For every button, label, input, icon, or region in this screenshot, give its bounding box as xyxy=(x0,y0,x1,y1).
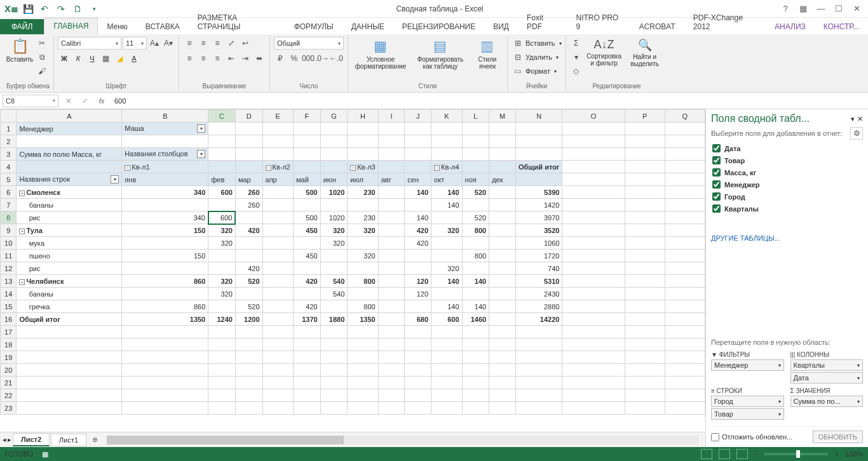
update-button[interactable]: ОБНОВИТЬ xyxy=(813,431,863,443)
other-tables-link[interactable]: ДРУГИЕ ТАБЛИЦЫ... xyxy=(711,234,863,242)
field-Масса, кг[interactable]: Масса, кг xyxy=(711,166,863,178)
maximize-button[interactable]: ☐ xyxy=(831,3,846,15)
indent-dec[interactable]: ⇤ xyxy=(225,52,238,65)
font-name-select[interactable]: Calibri▾ xyxy=(58,37,121,50)
find-select-button[interactable]: 🔍Найти и выделить xyxy=(626,37,664,69)
cell-styles-button[interactable]: ▥Стили ячеек xyxy=(471,37,503,71)
qat-more-icon[interactable]: ▾ xyxy=(86,1,102,17)
paste-button[interactable]: 📋Вставить xyxy=(6,37,33,64)
merge-button[interactable]: ⬌ xyxy=(253,52,266,65)
tab-construct[interactable]: КОНСТР... xyxy=(815,19,868,34)
tab-formulas[interactable]: ФОРМУЛЫ xyxy=(285,19,342,34)
clear-button[interactable]: ◇ xyxy=(570,65,583,77)
format-cells[interactable]: ▭ xyxy=(512,65,524,77)
new-button[interactable]: 🗋 xyxy=(70,1,85,17)
autosum-button[interactable]: Σ xyxy=(570,37,583,50)
align-bot[interactable]: ≡ xyxy=(211,37,224,50)
enter-icon[interactable]: ✓ xyxy=(79,95,92,107)
tab-layout[interactable]: РАЗМЕТКА СТРАНИЦЫ xyxy=(189,10,285,34)
area-item[interactable]: Товар▾ xyxy=(711,408,784,420)
spreadsheet-grid[interactable]: ABCDEFGHIJKLMNOPQ1МенеджерМаша▾23Сумма п… xyxy=(0,109,705,415)
save-button[interactable]: 💾 xyxy=(20,1,36,17)
fx-icon[interactable]: fx xyxy=(95,97,108,105)
area-item[interactable]: Сумма по по...▾ xyxy=(790,396,864,407)
delete-cells[interactable]: ⊟ xyxy=(512,51,524,63)
tab-insert[interactable]: ВСТАВКА xyxy=(137,19,189,34)
sheet-tab-other[interactable]: Лист1 xyxy=(51,434,86,446)
sheet-nav-last[interactable]: ▸ xyxy=(8,436,11,444)
cond-format-button[interactable]: ▦Условное форматирование xyxy=(352,37,409,71)
formula-input[interactable] xyxy=(112,95,865,107)
col-header[interactable]: B xyxy=(122,110,208,123)
undo-button[interactable]: ↶ xyxy=(37,1,52,17)
bold-button[interactable]: Ж xyxy=(58,52,71,65)
col-header[interactable]: O xyxy=(562,110,625,123)
minimize-button[interactable]: — xyxy=(813,3,829,15)
tab-file[interactable]: ФАЙЛ xyxy=(0,19,44,34)
tab-view[interactable]: ВИД xyxy=(484,19,518,34)
col-header[interactable]: G xyxy=(320,110,348,123)
border-button[interactable]: ▦ xyxy=(100,52,112,65)
area-item[interactable]: Дата▾ xyxy=(790,372,864,384)
view-layout[interactable] xyxy=(719,449,730,459)
col-header[interactable]: J xyxy=(405,110,431,123)
orientation[interactable]: ⤢ xyxy=(225,37,238,50)
tab-review[interactable]: РЕЦЕНЗИРОВАНИЕ xyxy=(393,19,484,34)
copy-button[interactable]: ⧉ xyxy=(36,51,48,63)
name-box[interactable]: C8▾ xyxy=(3,95,58,107)
col-header[interactable]: M xyxy=(489,110,516,123)
field-Менеджер[interactable]: Менеджер xyxy=(711,178,863,190)
format-table-button[interactable]: ▤Форматировать как таблицу xyxy=(412,37,469,71)
col-header[interactable]: N xyxy=(515,110,562,123)
tab-data[interactable]: ДАННЫЕ xyxy=(342,19,393,34)
sheet-nav-first[interactable]: ◂ xyxy=(3,436,6,444)
align-top[interactable]: ≡ xyxy=(183,37,196,50)
col-header[interactable]: P xyxy=(625,110,665,123)
zoom-out[interactable]: − xyxy=(754,450,758,458)
h-scrollbar[interactable] xyxy=(107,436,699,444)
area-item[interactable]: Менеджер▾ xyxy=(711,359,784,371)
close-button[interactable]: ✕ xyxy=(849,3,864,15)
fill-button[interactable]: ▾ xyxy=(570,51,583,63)
insert-cells[interactable]: ⊞ xyxy=(512,37,524,50)
col-header[interactable]: L xyxy=(462,110,489,123)
field-Кварталы[interactable]: Кварталы xyxy=(711,203,863,215)
pane-close-icon[interactable]: ✕ xyxy=(857,115,863,123)
inc-dec-button[interactable]: .0→ xyxy=(316,52,329,65)
ribbon-opts-icon[interactable]: ▦ xyxy=(796,3,811,15)
zoom-slider[interactable] xyxy=(764,453,828,455)
zoom-in[interactable]: + xyxy=(834,450,838,458)
italic-button[interactable]: К xyxy=(72,52,85,65)
wrap-text[interactable]: ↩ xyxy=(239,37,252,50)
font-color-button[interactable]: A xyxy=(128,52,140,65)
shrink-font-button[interactable]: A▾ xyxy=(162,37,175,50)
tab-menu[interactable]: Меню xyxy=(98,19,136,34)
field-Дата[interactable]: Дата xyxy=(711,142,863,154)
format-painter-button[interactable]: 🖌 xyxy=(36,65,48,77)
tab-home[interactable]: ГЛАВНАЯ xyxy=(44,18,98,34)
view-break[interactable] xyxy=(736,449,748,459)
fill-color-button[interactable]: ◢ xyxy=(114,52,126,65)
col-header[interactable]: C xyxy=(208,110,236,123)
cancel-icon[interactable]: ✕ xyxy=(62,95,75,107)
cut-button[interactable]: ✂ xyxy=(36,37,48,50)
redo-button[interactable]: ↷ xyxy=(53,1,69,17)
underline-button[interactable]: Ч xyxy=(86,52,98,65)
tab-nitro[interactable]: NITRO PRO 9 xyxy=(567,10,630,34)
excel-icon[interactable]: X≣ xyxy=(4,1,19,17)
col-header[interactable]: K xyxy=(431,110,462,123)
align-mid[interactable]: ≡ xyxy=(197,37,210,50)
number-format-select[interactable]: Общий▾ xyxy=(274,37,344,50)
grow-font-button[interactable]: A▴ xyxy=(148,37,161,50)
col-header[interactable]: Q xyxy=(665,110,705,123)
view-normal[interactable] xyxy=(701,449,712,459)
col-header[interactable]: D xyxy=(235,110,262,123)
col-header[interactable]: A xyxy=(17,110,122,123)
zoom-level[interactable]: 100% xyxy=(845,450,863,458)
help-icon[interactable]: ? xyxy=(778,3,793,15)
pane-layout-icon[interactable]: ⚙ xyxy=(850,127,863,140)
align-left[interactable]: ≡ xyxy=(183,52,196,65)
col-header[interactable]: I xyxy=(378,110,405,123)
currency-button[interactable]: ₽ xyxy=(274,52,287,65)
dec-dec-button[interactable]: ←.0 xyxy=(330,52,342,65)
